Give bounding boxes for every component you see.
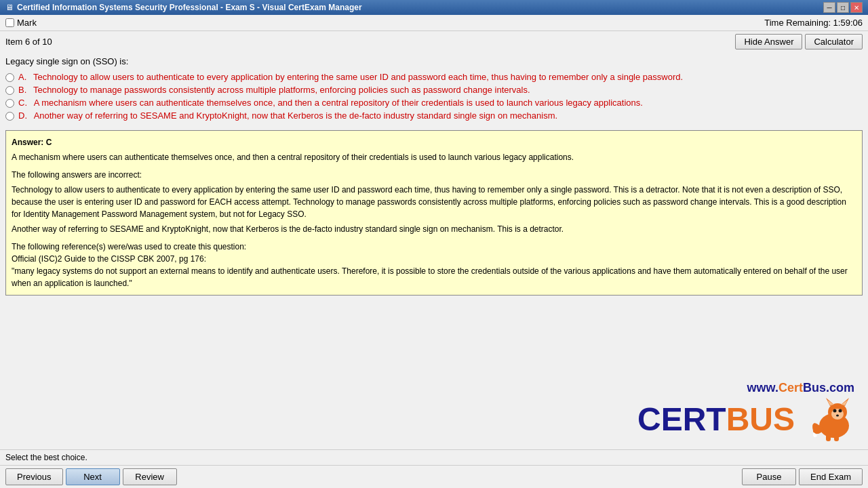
mark-checkbox[interactable]: [5, 18, 14, 27]
choice-c-text: A mechanism where users can authenticate…: [34, 98, 643, 108]
references-header: The following reference(s) were/was used…: [12, 241, 856, 253]
title-bar-title: Certified Information Systems Security P…: [17, 3, 362, 12]
choice-d: D. Another way of referring to SESAME an…: [5, 110, 863, 121]
review-button[interactable]: Review: [123, 468, 177, 485]
certbus-mascot-icon: [800, 395, 854, 443]
svg-point-9: [836, 415, 839, 417]
references-section: The following reference(s) were/was used…: [12, 241, 856, 289]
title-bar-left: 🖥 Certified Information Systems Security…: [5, 3, 362, 12]
bus-text: BUS: [726, 401, 795, 438]
certbus-url: www.CertBus.com: [637, 381, 854, 395]
calculator-button[interactable]: Calculator: [805, 34, 863, 49]
app-icon: 🖥: [5, 3, 14, 12]
radio-d[interactable]: [5, 112, 14, 121]
main-container: Mark Time Remaining: 1:59:06 Item 6 of 1…: [0, 15, 868, 488]
explanation-2: Another way of referring to SESAME and K…: [12, 223, 856, 235]
time-remaining: Time Remaining: 1:59:06: [764, 18, 863, 28]
explanation-1: Technology to allow users to authenticat…: [12, 184, 856, 220]
certbus-brand: CERTBUS: [637, 395, 854, 443]
reference-quote: "many legacy systems do not support an e…: [12, 265, 856, 289]
certbus-logo: www.CertBus.com CERTBUS: [637, 381, 854, 443]
cert-text: CERT: [637, 401, 726, 438]
answer-box: Answer: C A mechanism where users can au…: [5, 130, 863, 296]
watermark-area: www.CertBus.com CERTBUS: [0, 298, 868, 449]
mark-area: Mark: [5, 18, 37, 28]
header-buttons: Hide Answer Calculator: [735, 34, 863, 49]
choice-a-label: A.: [18, 72, 29, 82]
close-button[interactable]: ✕: [850, 2, 863, 13]
question-area: Legacy single sign on (SSO) is: A. Techn…: [0, 52, 868, 127]
svg-rect-10: [826, 434, 831, 441]
bottom-left-buttons: Previous Next Review: [5, 468, 177, 485]
incorrect-header: The following answers are incorrect:: [12, 169, 856, 181]
answer-text: A mechanism where users can authenticate…: [12, 151, 856, 163]
status-text: Select the best choice.: [5, 453, 87, 462]
svg-point-8: [839, 409, 842, 413]
window-controls: ─ □ ✕: [823, 2, 863, 13]
radio-b[interactable]: [5, 86, 14, 95]
bottom-bar: Previous Next Review Pause End Exam: [0, 465, 868, 488]
svg-point-7: [833, 409, 837, 413]
choice-a: A. Technology to allow users to authenti…: [5, 72, 863, 82]
pause-button[interactable]: Pause: [742, 468, 796, 485]
choice-a-text: Technology to allow users to authenticat…: [33, 72, 683, 82]
previous-button[interactable]: Previous: [5, 468, 63, 485]
question-text: Legacy single sign on (SSO) is:: [5, 56, 863, 66]
choice-b-label: B.: [18, 85, 29, 95]
maximize-button[interactable]: □: [837, 2, 849, 13]
radio-c[interactable]: [5, 99, 14, 108]
choice-c: C. A mechanism where users can authentic…: [5, 98, 863, 108]
status-bar: Select the best choice.: [0, 449, 868, 465]
choice-d-label: D.: [18, 110, 30, 121]
item-header: Item 6 of 10 Hide Answer Calculator: [0, 31, 868, 52]
reference-line1: Official (ISC)2 Guide to the CISSP CBK 2…: [12, 253, 856, 265]
end-exam-button[interactable]: End Exam: [799, 468, 863, 485]
answer-header: Answer: C: [12, 136, 856, 148]
item-counter: Item 6 of 10: [5, 37, 52, 47]
mark-label[interactable]: Mark: [17, 18, 37, 28]
next-button[interactable]: Next: [66, 468, 120, 485]
choice-d-text: Another way of referring to SESAME and K…: [34, 110, 557, 121]
bottom-right-buttons: Pause End Exam: [742, 468, 863, 485]
title-bar: 🖥 Certified Information Systems Security…: [0, 0, 868, 15]
top-bar: Mark Time Remaining: 1:59:06: [0, 15, 868, 31]
svg-rect-11: [834, 434, 839, 441]
choice-c-label: C.: [18, 98, 30, 108]
choice-b: B. Technology to manage passwords consis…: [5, 85, 863, 95]
hide-answer-button[interactable]: Hide Answer: [735, 34, 802, 49]
radio-a[interactable]: [5, 73, 14, 82]
choice-b-text: Technology to manage passwords consisten…: [33, 85, 530, 95]
minimize-button[interactable]: ─: [823, 2, 835, 13]
